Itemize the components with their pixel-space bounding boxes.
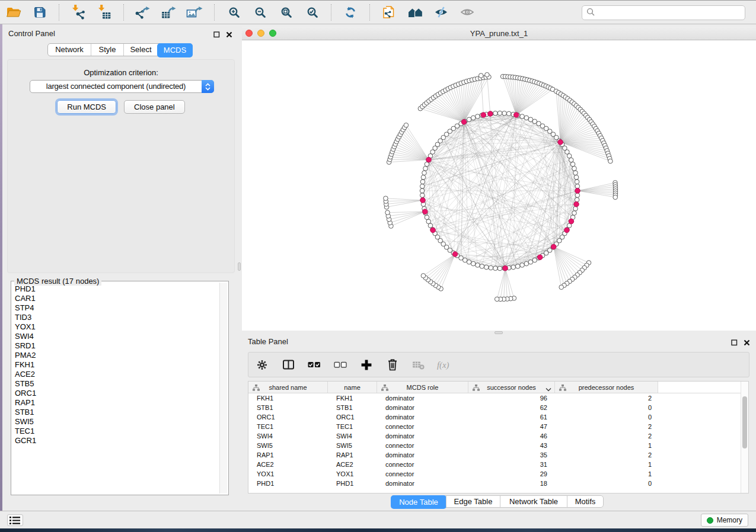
mcds-result-item[interactable]: ORC1	[15, 389, 219, 398]
column-header-predecessor-nodes[interactable]: predecessor nodes	[555, 382, 658, 393]
table-row[interactable]: ORC1ORC1dominator610	[248, 412, 748, 422]
close-panel-icon[interactable]	[744, 338, 750, 348]
select-all-icon[interactable]	[306, 357, 323, 373]
clone-network-icon[interactable]	[380, 4, 398, 21]
table-toolbar: f(x)	[248, 352, 749, 377]
task-history-button[interactable]	[7, 514, 23, 526]
table-cell-name: TEC1	[328, 422, 377, 431]
window-close-icon[interactable]	[245, 30, 253, 37]
zoom-in-icon[interactable]	[225, 4, 243, 21]
mcds-result-item[interactable]: ACE2	[15, 370, 219, 379]
mcds-result-item[interactable]: TID3	[15, 313, 219, 322]
tab-network-table[interactable]: Network Table	[500, 496, 567, 507]
split-view-icon[interactable]	[280, 357, 296, 373]
toolbar-separator	[59, 4, 59, 21]
tab-select[interactable]: Select	[123, 44, 158, 56]
table-row[interactable]: RAP1RAP1dominator352	[248, 450, 748, 460]
horizontal-split-divider[interactable]	[242, 331, 756, 335]
mcds-result-item[interactable]: STB5	[15, 379, 219, 389]
scrollbar-thumb[interactable]	[742, 396, 747, 448]
table-row[interactable]: FKH1FKH1dominator962	[248, 393, 748, 403]
mcds-result-item[interactable]: STB1	[15, 408, 219, 417]
tab-mcds[interactable]: MCDS	[157, 43, 193, 57]
table-row[interactable]: PHD1PHD1dominator180	[248, 479, 748, 488]
table-row[interactable]: ACE2ACE2connector311	[248, 460, 748, 469]
table-row[interactable]: TEC1TEC1connector472	[248, 422, 748, 431]
deselect-all-icon[interactable]	[332, 357, 349, 373]
table-cell-shared-name: PHD1	[248, 479, 328, 488]
network-view[interactable]	[242, 40, 756, 331]
table-scrollbar[interactable]	[741, 382, 748, 493]
table-cell-shared-name: SWI4	[248, 431, 328, 441]
delete-column-icon[interactable]	[384, 357, 401, 373]
sort-chevron-icon	[546, 386, 551, 393]
window-minimize-icon[interactable]	[257, 30, 264, 37]
table-row[interactable]: YOX1YOX1connector291	[248, 469, 748, 479]
tab-node-table[interactable]: Node Table	[391, 495, 446, 509]
gear-icon[interactable]	[254, 357, 270, 373]
tab-motifs[interactable]: Motifs	[567, 496, 603, 507]
table-row[interactable]: STB1STB1dominator620	[248, 403, 748, 412]
window-maximize-icon[interactable]	[269, 30, 276, 37]
hide-graphics-details-icon[interactable]	[432, 4, 450, 21]
network-graph[interactable]	[242, 40, 756, 331]
table-row[interactable]: SWI5SWI5connector431	[248, 441, 748, 450]
table-row[interactable]: SWI4SWI4dominator462	[248, 431, 748, 441]
table-cell-shared-name: ORC1	[248, 412, 328, 422]
float-panel-icon[interactable]	[213, 30, 220, 40]
mcds-result-item[interactable]: TEC1	[15, 427, 219, 436]
memory-button[interactable]: Memory	[701, 514, 748, 527]
mcds-result-item[interactable]: FKH1	[15, 360, 219, 370]
import-network-icon[interactable]	[69, 4, 87, 21]
tab-style[interactable]: Style	[91, 44, 123, 56]
mcds-result-item[interactable]: GCR1	[15, 436, 219, 446]
export-image-icon[interactable]	[186, 4, 204, 21]
run-mcds-button[interactable]: Run MCDS	[57, 100, 116, 114]
tab-network[interactable]: Network	[48, 44, 91, 56]
desktop-wallpaper-bottom	[0, 528, 756, 532]
network-frame: YPA_prune.txt_1	[242, 24, 756, 331]
vertical-split-divider[interactable]	[237, 24, 242, 511]
network-overview-icon[interactable]	[406, 4, 424, 21]
mcds-result-item[interactable]: PMA2	[15, 351, 219, 360]
export-table-icon[interactable]	[160, 4, 178, 21]
table-cell-mcds-role: connector	[377, 441, 468, 450]
tab-edge-table[interactable]: Edge Table	[446, 496, 500, 507]
mcds-result-item[interactable]: CAR1	[15, 294, 219, 303]
zoom-selected-icon[interactable]	[303, 4, 321, 21]
table-cell-shared-name: FKH1	[248, 393, 328, 403]
divider-grip-icon[interactable]	[495, 331, 503, 334]
table-cell-shared-name: STB1	[248, 403, 328, 412]
refresh-layout-icon[interactable]	[342, 4, 359, 21]
mcds-result-item[interactable]: SWI5	[15, 417, 219, 427]
memory-label: Memory	[717, 516, 742, 524]
add-column-icon[interactable]	[358, 357, 375, 373]
mcds-result-item[interactable]: YOX1	[15, 322, 219, 332]
table-cell-mcds-role: dominator	[377, 393, 468, 403]
zoom-fit-icon[interactable]	[277, 4, 295, 21]
mcds-result-item[interactable]: STP4	[15, 303, 219, 313]
table-tabs: Node Table Edge Table Network Table Moti…	[391, 495, 604, 508]
close-panel-button[interactable]: Close panel	[124, 100, 185, 114]
mcds-result-item[interactable]: SRD1	[15, 341, 219, 351]
result-scrollbar[interactable]	[219, 283, 227, 493]
zoom-out-icon[interactable]	[251, 4, 269, 21]
open-folder-icon[interactable]	[5, 4, 23, 21]
mcds-result-item[interactable]: PHD1	[15, 284, 219, 294]
import-table-icon[interactable]	[95, 4, 113, 21]
column-header-shared-name[interactable]: shared name	[248, 382, 328, 393]
column-header-successor-nodes[interactable]: successor nodes	[468, 382, 555, 393]
search-input[interactable]	[597, 6, 745, 20]
table-cell-mcds-role: dominator	[377, 403, 468, 412]
mcds-result-item[interactable]: SWI4	[15, 332, 219, 341]
mcds-result-item[interactable]: RAP1	[15, 398, 219, 408]
divider-grip-icon[interactable]	[238, 262, 241, 271]
save-icon[interactable]	[31, 4, 49, 21]
search-field[interactable]	[582, 5, 745, 20]
export-network-icon[interactable]	[134, 4, 152, 21]
float-panel-icon[interactable]	[731, 338, 738, 348]
column-header-mcds-role[interactable]: MCDS role	[377, 382, 468, 393]
column-header-name[interactable]: name	[328, 382, 377, 393]
criterion-dropdown[interactable]: largest connected component (undirected)	[30, 80, 214, 93]
close-panel-icon[interactable]	[226, 30, 232, 40]
